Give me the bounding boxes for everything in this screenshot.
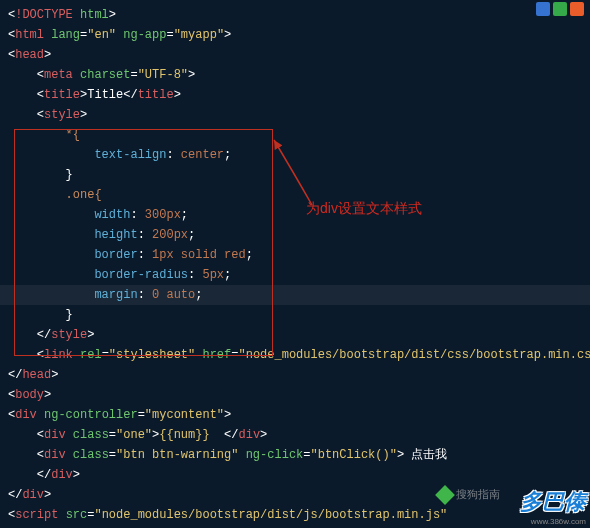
- code-line: <head>: [8, 45, 582, 65]
- code-line: <div class="one">{{num}} </div>: [8, 425, 582, 445]
- code-line: text-align: center;: [8, 145, 582, 165]
- code-line: <meta charset="UTF-8">: [8, 65, 582, 85]
- code-line: <link rel="stylesheet" href="node_module…: [8, 345, 582, 365]
- annotation-text: 为div设置文本样式: [306, 200, 422, 218]
- code-line: .one{: [8, 185, 582, 205]
- code-line-active: margin: 0 auto;: [0, 285, 590, 305]
- code-editor[interactable]: <!DOCTYPE html> <html lang="en" ng-app="…: [0, 0, 590, 528]
- code-line: *{: [8, 125, 582, 145]
- code-line: <style>: [8, 105, 582, 125]
- code-line: height: 200px;: [8, 225, 582, 245]
- watermark-site-text: 多巴傣: [520, 489, 586, 514]
- code-line: width: 300px;: [8, 205, 582, 225]
- code-line: </div>: [8, 465, 582, 485]
- code-line: <script src="node_modules/bootstrap/dist…: [8, 505, 582, 525]
- code-line: <div ng-controller="mycontent">: [8, 405, 582, 425]
- code-line: border: 1px solid red;: [8, 245, 582, 265]
- code-line: <body>: [8, 385, 582, 405]
- watermark-sogou: 搜狗指南: [438, 487, 500, 502]
- code-line: </style>: [8, 325, 582, 345]
- diamond-icon: [435, 485, 455, 505]
- code-line: border-radius: 5px;: [8, 265, 582, 285]
- code-line: <div class="btn btn-warning" ng-click="b…: [8, 445, 582, 465]
- code-line: </head>: [8, 365, 582, 385]
- watermark-site: 多巴傣 www.386w.com: [520, 487, 586, 526]
- watermark-site-url: www.386w.com: [520, 517, 586, 526]
- code-line: <html lang="en" ng-app="myapp">: [8, 25, 582, 45]
- code-line: <title>Title</title>: [8, 85, 582, 105]
- code-line: }: [8, 305, 582, 325]
- code-line: }: [8, 165, 582, 185]
- watermark-sogou-text: 搜狗指南: [456, 487, 500, 502]
- code-line: <!DOCTYPE html>: [8, 5, 582, 25]
